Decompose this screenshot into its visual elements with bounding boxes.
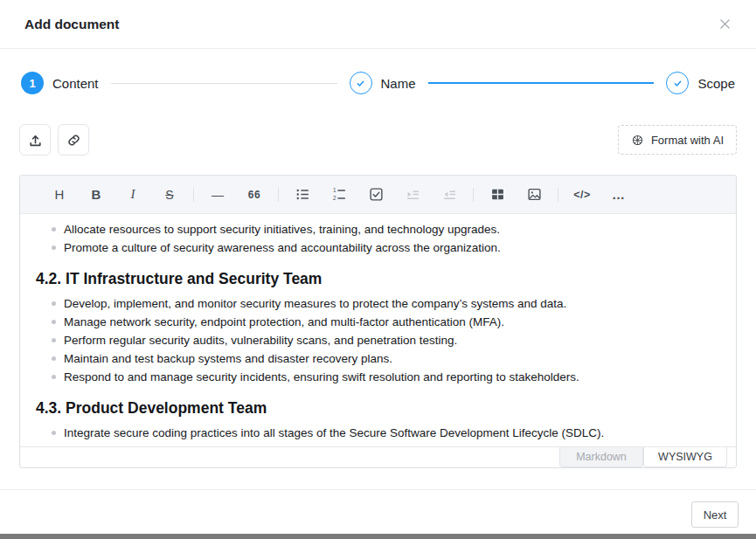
bullet-item: Perform regular security audits, vulnera… [52, 331, 718, 349]
code-button[interactable]: </> [569, 182, 595, 208]
ai-icon [631, 134, 644, 147]
editor-content[interactable]: Allocate resources to support security i… [20, 214, 736, 446]
editor-toolbar: H B I S — 66 1 2 [20, 176, 736, 214]
close-button[interactable] [714, 14, 735, 35]
step-1-label: Content [52, 76, 99, 91]
check-icon [671, 77, 684, 90]
toolbar-divider [558, 188, 558, 202]
add-link-button[interactable] [58, 124, 89, 155]
more-tools-button[interactable]: … [606, 182, 632, 208]
outdent-icon [442, 187, 457, 202]
bullet-list-button[interactable] [289, 182, 316, 208]
insert-image-button[interactable] [521, 182, 547, 208]
bullet-item: Integrate secure coding practices into a… [52, 424, 718, 442]
svg-text:2: 2 [333, 195, 336, 201]
step-scope[interactable]: Scope [666, 72, 735, 94]
next-button[interactable]: Next [691, 501, 739, 528]
italic-button[interactable]: I [120, 182, 146, 208]
table-icon [490, 187, 505, 202]
step-3-label: Scope [697, 76, 735, 91]
bullet-item: Maintain and test backup systems and dis… [52, 349, 718, 368]
dialog-footer: Next [0, 489, 756, 528]
bullet-list-icon [295, 187, 310, 202]
bullet-item: Manage network security, endpoint protec… [52, 313, 718, 331]
document-heading: 4.2. IT Infrastructure and Security Team [36, 270, 718, 288]
bullet-list: Allocate resources to support security i… [36, 220, 718, 257]
document-actions-row: Format with AI [0, 124, 756, 155]
link-icon [66, 133, 81, 148]
numbered-list-button[interactable]: 1 2 [326, 182, 352, 208]
horizontal-rule-button[interactable]: — [205, 182, 231, 208]
image-icon [527, 187, 542, 202]
numbered-list-icon: 1 2 [332, 187, 347, 202]
upload-file-button[interactable] [19, 124, 51, 155]
format-with-ai-label: Format with AI [651, 134, 724, 147]
indent-icon [406, 187, 420, 202]
background-page-edge [0, 534, 756, 539]
toolbar-divider [278, 188, 279, 202]
bullet-item: Allocate resources to support security i… [52, 220, 718, 238]
bullet-item: Conduct regular code reviews and adhere … [52, 442, 718, 446]
close-icon [718, 17, 732, 31]
task-list-icon [369, 187, 384, 202]
upload-icon [28, 133, 43, 148]
toolbar-divider [473, 188, 474, 202]
dialog-title: Add document [24, 17, 120, 32]
task-list-button[interactable] [363, 182, 389, 208]
document-heading: 4.3. Product Development Team [36, 399, 718, 418]
bullet-item: Respond to and manage security incidents… [52, 368, 718, 386]
rich-text-editor: H B I S — 66 1 2 [19, 175, 737, 468]
outdent-button[interactable] [436, 182, 462, 208]
tab-wysiwyg[interactable]: WYSIWYG [643, 447, 727, 467]
format-with-ai-button[interactable]: Format with AI [618, 125, 737, 155]
dialog-header: Add document [0, 0, 756, 49]
bullet-item: Promote a culture of security awareness … [52, 238, 718, 257]
bullet-item: Develop, implement, and monitor security… [52, 294, 718, 313]
tab-markdown[interactable]: Markdown [559, 447, 643, 467]
step-2-label: Name [381, 76, 416, 91]
bold-button[interactable]: B [83, 182, 109, 208]
step-content[interactable]: 1 Content [21, 72, 99, 94]
strikethrough-button[interactable]: S [156, 182, 183, 208]
step-2-indicator [350, 72, 372, 94]
bullet-list: Integrate secure coding practices into a… [36, 424, 718, 446]
svg-text:1: 1 [333, 187, 336, 193]
add-document-dialog: Add document 1 Content Name [0, 0, 756, 539]
heading-button[interactable]: H [46, 182, 73, 208]
quote-button[interactable]: 66 [241, 182, 267, 208]
stepper: 1 Content Name Scope [0, 49, 756, 117]
insert-table-button[interactable] [484, 182, 510, 208]
step-connector-2 [428, 82, 655, 84]
editor-mode-bar: Markdown WYSIWYG [20, 446, 736, 467]
step-name[interactable]: Name [350, 72, 416, 94]
indent-button[interactable] [399, 182, 426, 208]
toolbar-divider [193, 188, 194, 202]
step-3-indicator [666, 72, 689, 94]
bullet-list: Develop, implement, and monitor security… [36, 294, 718, 386]
check-icon [354, 77, 367, 90]
step-1-indicator: 1 [21, 72, 44, 94]
step-connector-1 [111, 83, 337, 84]
